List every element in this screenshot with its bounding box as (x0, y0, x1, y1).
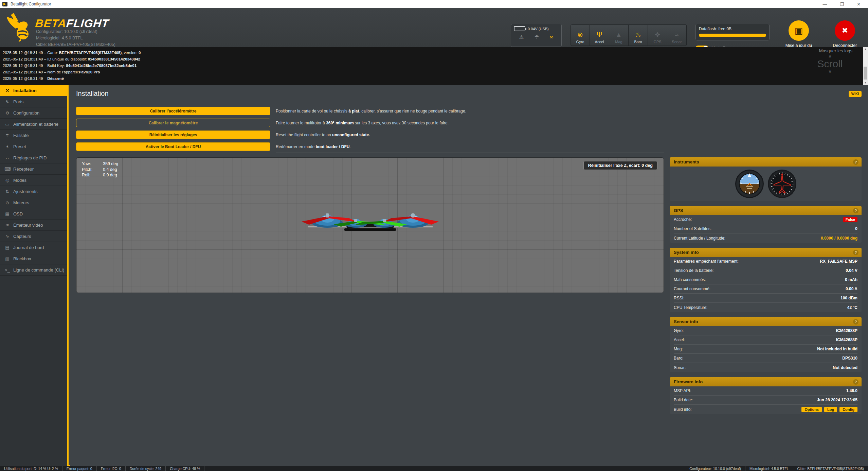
cpu-chip-icon: ▣ (795, 25, 803, 36)
battery-status-box: 0.04V (USB) ⚠☂∞ (511, 24, 562, 47)
panel-section-title: Instruments (674, 159, 699, 164)
sidebar-item-installation[interactable]: ⚒Installation (0, 85, 67, 96)
sidebar-item-capteurs[interactable]: ∿Capteurs (0, 231, 67, 242)
sidebar-item-osd[interactable]: ▦OSD (0, 208, 67, 220)
sidebar-item-configuration[interactable]: ⚙Configuration (0, 107, 67, 119)
app-icon (2, 2, 7, 6)
vtx-icon: ≋ (4, 223, 10, 228)
action-button-calibrer-le-magn-tom-tre[interactable]: Calibrer le magnétomètre (76, 119, 270, 127)
info-row: Gyro:ICM42688P (674, 326, 857, 335)
help-icon[interactable]: ? (853, 250, 858, 255)
sidebar-item-ligne-de-commande-cli-[interactable]: >_Ligne de commande (CLI) (0, 264, 67, 276)
restore-button[interactable]: ❐ (840, 2, 844, 7)
info-label: RSSI: (674, 296, 684, 300)
panel-section-body: Gyro:ICM42688PAccel:ICM42688PMag:Not inc… (670, 326, 862, 372)
dataflash-bar (699, 34, 766, 37)
info-label: Baro: (674, 356, 684, 361)
info-row: Accroche:False (674, 215, 857, 224)
log-scroll-widget[interactable]: ∧ Scroll ∨ (810, 54, 850, 73)
betaflight-wordmark: BETAFLIGHT (35, 17, 110, 30)
info-value: ICM42688P (836, 337, 857, 342)
sidebar-item-ajustements[interactable]: ⇅Ajustements (0, 186, 67, 197)
action-button-r-initialiser-les-r-glages[interactable]: Réinitialiser les réglages (76, 130, 270, 139)
sensor-indicator-mag: ▲Mag (609, 24, 629, 46)
scrollbar-thumb[interactable] (864, 67, 867, 80)
receiver-icon: ⌨ (4, 167, 10, 172)
close-button[interactable]: ✕ (857, 2, 861, 7)
firmware-version: Micrologiciel: 4.5.0 BTFL (36, 35, 115, 41)
sensor-indicator-sonar: ≈Sonar (667, 24, 687, 46)
status-bar: Utilisation du port: D: 14 % U: 2 %Erreu… (0, 466, 868, 471)
log-lines: 2025-05-12 @18:31:49 – Carte: BEFH/BETAF… (0, 47, 868, 82)
blackbox-icon: ▥ (4, 256, 10, 261)
panel-section-header: GPS? (670, 206, 862, 215)
build-info-button-config[interactable]: Config (839, 407, 857, 412)
dataflash-indicator: Dataflash: free 0B (695, 24, 770, 40)
sidebar-item-alimentation-et-batterie[interactable]: ▭Alimentation et batterie (0, 119, 67, 130)
panel-section-body: MSP API:1.46.0Build date:Jun 28 2024 17:… (670, 386, 862, 414)
sidebar-item--metteur-vid-o[interactable]: ≋Émetteur vidéo (0, 220, 67, 231)
sidebar-item-label: Journal de bord (13, 245, 44, 250)
info-row: Build date:Jun 28 2024 17:33:05 (674, 396, 857, 405)
sidebar-item-r-cepteur[interactable]: ⌨Récepteur (0, 163, 67, 175)
disconnect-button[interactable]: ✖ Déconnecter (828, 20, 862, 48)
sidebar-item-ports[interactable]: ↯Ports (0, 96, 67, 107)
attitude-label: Pitch: (82, 167, 103, 173)
minimize-button[interactable]: — (822, 2, 827, 7)
statusbar-info: Cible: BEFH/BETAFPVF405(STM32F405) (793, 466, 868, 471)
sidebar-item-label: Réglages de PID (13, 155, 47, 160)
info-label: Number of Satellites: (674, 226, 711, 231)
mag-icon: ▲ (615, 30, 622, 39)
sidebar-item-r-glages-de-pid[interactable]: ∴Réglages de PID (0, 152, 67, 163)
build-info-button-log[interactable]: Log (824, 407, 837, 412)
magic-wand-icon: ✶ (4, 144, 10, 149)
page-title: Installation (76, 90, 109, 98)
sensor-label: Accel (595, 40, 604, 44)
sidebar-item-blackbox[interactable]: ▥Blackbox (0, 253, 67, 264)
attitude-label: Yaw: (82, 161, 103, 167)
info-label: Sonar: (674, 365, 686, 370)
window-titlebar: Betaflight Configurator — ❐ ✕ (0, 0, 868, 8)
help-icon[interactable]: ? (853, 379, 858, 385)
reset-z-axis-button[interactable]: Réinitialiser l’axe Z, écart: 0 deg (583, 161, 657, 170)
sensor-label: GPS (653, 40, 661, 44)
sidebar-item-label: Alimentation et batterie (13, 122, 58, 127)
hide-logs-link[interactable]: Masquer les logs (819, 48, 852, 53)
sidebar-item-preset[interactable]: ✶Preset (0, 141, 67, 152)
log-scrollbar[interactable]: ▲ ▼ (863, 47, 868, 85)
action-button-activer-le-boot-loader-dfu[interactable]: Activer le Boot Loader / DFU (76, 142, 270, 151)
build-info-button-options[interactable]: Options (801, 407, 822, 412)
scrollbar-up-arrow[interactable]: ▲ (863, 48, 868, 51)
help-icon[interactable]: ? (853, 159, 858, 165)
model-3d-viewer[interactable]: Yaw:359 degPitch:0.4 degRoll:0.9 deg Réi… (76, 157, 664, 293)
statusbar-metric: Erreur I2C: 0 (97, 466, 126, 471)
info-row: Mah consommés:0 mAh (674, 275, 857, 284)
sensors-icon: ∿ (4, 234, 10, 239)
info-value: False (843, 217, 857, 222)
sidebar-item-modes[interactable]: ◎Modes (0, 175, 67, 186)
panel-section-instruments: Instruments? (670, 157, 862, 201)
sidebar-item-failsafe[interactable]: ☂Failsafe (0, 130, 67, 141)
help-icon[interactable]: ? (853, 319, 858, 325)
panel-section-title: System info (674, 250, 699, 255)
sensor-indicator-accel: ΨAccel (590, 24, 609, 46)
info-row: Baro:DPS310 (674, 354, 857, 363)
action-button-calibrer-l-acc-l-rom-tre[interactable]: Calibrer l’accéléromètre (76, 107, 270, 115)
panel-section-title: Sensor info (674, 319, 698, 324)
scrollbar-down-arrow[interactable]: ▼ (863, 81, 868, 84)
sidebar-item-label: Preset (13, 144, 26, 149)
panel-section-header: Instruments? (670, 157, 862, 167)
info-value: ICM42688P (836, 328, 857, 333)
installation-tab-content: Installation WIKI Calibrer l’accéléromèt… (70, 85, 868, 466)
attitude-row: Roll:0.9 deg (82, 172, 118, 178)
help-icon[interactable]: ? (853, 208, 858, 213)
sensor-label: Sonar (672, 40, 682, 44)
parachute-icon: ☂ (4, 133, 10, 138)
osd-icon: ▦ (4, 211, 10, 216)
wiki-button[interactable]: WIKI (849, 91, 862, 97)
sidebar-item-label: Failsafe (13, 133, 29, 138)
cli-icon: >_ (4, 267, 10, 273)
sidebar-item-journal-de-bord[interactable]: ▤Journal de bord (0, 242, 67, 253)
info-value: 0.04 V (846, 268, 857, 273)
sidebar-item-moteurs[interactable]: ⊙Moteurs (0, 197, 67, 208)
